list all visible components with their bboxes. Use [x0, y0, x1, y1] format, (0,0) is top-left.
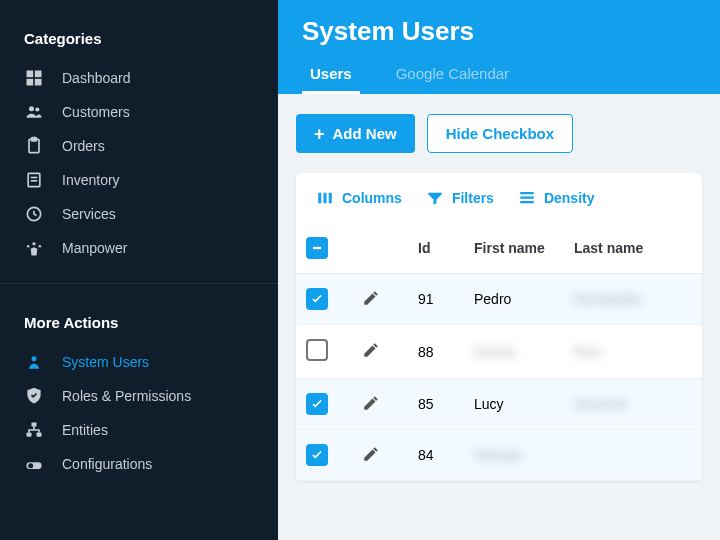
density-button[interactable]: Density: [518, 189, 595, 207]
edit-icon[interactable]: [362, 445, 380, 463]
row-checkbox[interactable]: [306, 393, 328, 415]
row-checkbox[interactable]: [306, 339, 328, 361]
columns-label: Columns: [342, 190, 402, 206]
sidebar-item-roles[interactable]: Roles & Permissions: [0, 379, 278, 413]
sidebar-item-label: Entities: [62, 422, 108, 438]
svg-rect-25: [520, 197, 534, 199]
tabs: Users Google Calendar: [302, 65, 696, 94]
sidebar-item-inventory[interactable]: Inventory: [0, 163, 278, 197]
edit-icon[interactable]: [362, 289, 380, 307]
table-row[interactable]: 88GracieRice: [296, 325, 702, 379]
sidebar-item-label: Roles & Permissions: [62, 388, 191, 404]
dashboard-icon: [24, 68, 44, 88]
cell-last-name: Oconnor: [564, 379, 702, 430]
sidebar-item-configurations[interactable]: Configurations: [0, 447, 278, 481]
svg-rect-0: [27, 71, 34, 78]
header-first-name[interactable]: First name: [464, 223, 564, 274]
svg-rect-1: [35, 71, 42, 78]
columns-icon: [316, 189, 334, 207]
users-table: Id First name Last name 91PedroFernandes…: [296, 223, 702, 481]
svg-rect-7: [32, 138, 37, 141]
cell-first-name: Tamara: [464, 430, 564, 481]
svg-point-15: [32, 356, 37, 361]
columns-button[interactable]: Columns: [316, 189, 402, 207]
hide-checkbox-button[interactable]: Hide Checkbox: [427, 114, 573, 153]
cell-first-name: Gracie: [464, 325, 564, 379]
table-row[interactable]: 85LucyOconnor: [296, 379, 702, 430]
sidebar-item-label: Orders: [62, 138, 105, 154]
sidebar-item-system-users[interactable]: System Users: [0, 345, 278, 379]
main-content: System Users Users Google Calendar + Add…: [278, 0, 720, 540]
sidebar-categories-title: Categories: [0, 0, 278, 61]
svg-rect-17: [27, 433, 32, 437]
select-all-checkbox[interactable]: [306, 237, 328, 259]
edit-icon[interactable]: [362, 394, 380, 412]
cell-first-name: Lucy: [464, 379, 564, 430]
svg-rect-23: [329, 193, 332, 204]
table-row[interactable]: 84Tamara: [296, 430, 702, 481]
row-checkbox[interactable]: [306, 288, 328, 310]
header-checkbox-col: [296, 223, 352, 274]
svg-rect-21: [318, 193, 321, 204]
services-icon: [24, 204, 44, 224]
sidebar-item-label: Configurations: [62, 456, 152, 472]
data-grid: Columns Filters Density: [296, 173, 702, 481]
svg-point-20: [28, 463, 33, 468]
cell-id: 85: [408, 379, 464, 430]
sidebar-item-customers[interactable]: Customers: [0, 95, 278, 129]
svg-point-5: [35, 107, 39, 111]
svg-rect-18: [37, 433, 42, 437]
density-label: Density: [544, 190, 595, 206]
edit-icon[interactable]: [362, 341, 380, 359]
cell-last-name: [564, 430, 702, 481]
svg-point-14: [39, 245, 42, 248]
svg-point-12: [32, 242, 35, 245]
sidebar-item-services[interactable]: Services: [0, 197, 278, 231]
cell-last-name: Fernandes: [564, 274, 702, 325]
svg-rect-24: [520, 192, 534, 194]
sidebar-item-manpower[interactable]: Manpower: [0, 231, 278, 265]
filter-icon: [426, 189, 444, 207]
filters-button[interactable]: Filters: [426, 189, 494, 207]
plus-icon: +: [314, 125, 325, 143]
svg-rect-2: [27, 79, 34, 86]
sidebar-item-dashboard[interactable]: Dashboard: [0, 61, 278, 95]
grid-toolbar: Columns Filters Density: [296, 173, 702, 223]
row-checkbox[interactable]: [306, 444, 328, 466]
tab-google-calendar[interactable]: Google Calendar: [388, 65, 517, 94]
customers-icon: [24, 102, 44, 122]
filters-label: Filters: [452, 190, 494, 206]
add-new-label: Add New: [333, 125, 397, 142]
svg-rect-27: [313, 247, 321, 249]
sidebar-item-label: System Users: [62, 354, 149, 370]
add-new-button[interactable]: + Add New: [296, 114, 415, 153]
sidebar-more-actions-title: More Actions: [0, 284, 278, 345]
header-id[interactable]: Id: [408, 223, 464, 274]
table-row[interactable]: 91PedroFernandes: [296, 274, 702, 325]
page-title: System Users: [302, 16, 696, 47]
sidebar-item-label: Manpower: [62, 240, 127, 256]
svg-rect-16: [32, 423, 37, 427]
svg-point-13: [27, 245, 30, 248]
system-users-icon: [24, 352, 44, 372]
svg-rect-22: [324, 193, 327, 204]
density-icon: [518, 189, 536, 207]
sidebar-item-label: Services: [62, 206, 116, 222]
cell-id: 91: [408, 274, 464, 325]
inventory-icon: [24, 170, 44, 190]
cell-id: 88: [408, 325, 464, 379]
header-last-name[interactable]: Last name: [564, 223, 702, 274]
manpower-icon: [24, 238, 44, 258]
orders-icon: [24, 136, 44, 156]
cell-last-name: Rice: [564, 325, 702, 379]
sidebar-item-entities[interactable]: Entities: [0, 413, 278, 447]
sidebar-item-label: Dashboard: [62, 70, 131, 86]
cell-first-name: Pedro: [464, 274, 564, 325]
hide-checkbox-label: Hide Checkbox: [446, 125, 554, 142]
sidebar-item-label: Inventory: [62, 172, 120, 188]
svg-rect-26: [520, 201, 534, 203]
sidebar-item-orders[interactable]: Orders: [0, 129, 278, 163]
sidebar-item-label: Customers: [62, 104, 130, 120]
tab-users[interactable]: Users: [302, 65, 360, 94]
page-header: System Users Users Google Calendar: [278, 0, 720, 94]
